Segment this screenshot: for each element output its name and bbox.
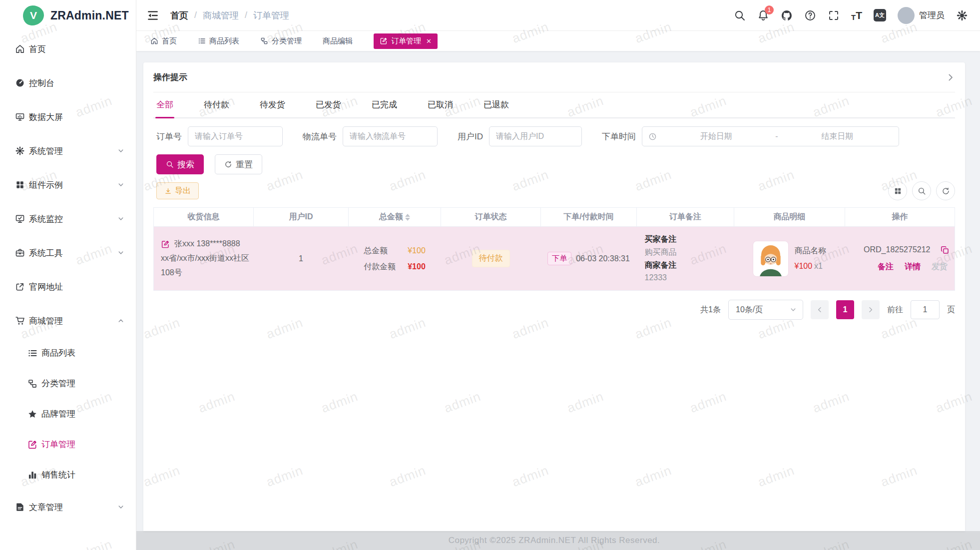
sidebar-item-components[interactable]: 组件示例 [0, 168, 136, 202]
tab-category-mgmt[interactable]: 分类管理 [260, 36, 302, 46]
sort-carets-icon[interactable] [405, 214, 410, 221]
sidebar-item-mall-mgmt[interactable]: 商城管理 [0, 304, 136, 338]
current-page-button[interactable]: 1 [836, 300, 854, 319]
status-tab-all[interactable]: 全部 [155, 99, 174, 117]
settings-gear-icon[interactable] [956, 9, 968, 21]
sidebar-item-label: 销售统计 [41, 469, 75, 481]
sidebar-item-label: 系统工具 [29, 247, 63, 259]
main-column: 首页 / 商城管理 / 订单管理 1 TT A文 管理员 [136, 0, 980, 550]
github-icon[interactable] [781, 9, 793, 21]
sidebar-item-tools[interactable]: 系统工具 [0, 236, 136, 270]
order-no-input[interactable] [188, 126, 283, 146]
status-tab-unpaid[interactable]: 待付款 [203, 99, 230, 117]
table-row[interactable]: 张xxx 138****8888 xx省/xx市/xxx街道xx社区108号 1… [154, 227, 955, 291]
header-remarks: 订单备注 [637, 208, 734, 227]
header-time: 下单/付款时间 [541, 208, 637, 227]
tab-label: 首页 [162, 36, 177, 46]
sidebar-item-home[interactable]: 首页 [0, 32, 136, 66]
help-icon[interactable] [804, 9, 816, 21]
notifications-button[interactable]: 1 [757, 9, 769, 21]
goto-page-input[interactable] [911, 300, 940, 319]
export-button[interactable]: 导出 [156, 182, 199, 199]
sidebar-item-system-mgmt[interactable]: 系统管理 [0, 134, 136, 168]
briefcase-icon [15, 248, 25, 258]
column-settings-button[interactable] [888, 181, 907, 200]
order-card: 操作提示 全部 待付款 待发货 已发货 已完成 已取消 已退款 订单号 物流单号 [143, 62, 965, 531]
user-id-label: 用户ID [458, 131, 483, 142]
monitor-icon [15, 214, 25, 224]
remark-action-link[interactable]: 备注 [878, 262, 894, 272]
ship-action-link: 发货 [932, 262, 948, 272]
page-size-select[interactable]: 10条/页 [728, 300, 803, 320]
status-tab-shipped[interactable]: 已发货 [315, 99, 342, 117]
sidebar-item-category-mgmt[interactable]: 分类管理 [0, 368, 136, 399]
fullscreen-icon[interactable] [828, 9, 840, 21]
receiver-edit-icon[interactable] [161, 240, 170, 249]
product-image[interactable] [753, 241, 789, 277]
sidebar-item-monitor[interactable]: 系统监控 [0, 202, 136, 236]
tab-product-edit[interactable]: 商品编辑 [323, 36, 353, 46]
sidebar-item-brand-mgmt[interactable]: 品牌管理 [0, 399, 136, 429]
breadcrumb-order[interactable]: 订单管理 [253, 9, 289, 21]
user-id-input[interactable] [489, 126, 582, 146]
sidebar-item-article-mgmt[interactable]: 文章管理 [0, 490, 136, 524]
app-logo: V ZRAdmin.NET [0, 0, 136, 31]
sidebar-item-console[interactable]: 控制台 [0, 66, 136, 100]
app-root: V ZRAdmin.NET 首页 控制台 数据大屏 系统管理 [0, 0, 980, 550]
grid-icon [15, 180, 25, 190]
tab-home[interactable]: 首页 [150, 36, 177, 46]
table-refresh-button[interactable] [936, 181, 955, 200]
user-menu[interactable]: 管理员 [898, 7, 945, 24]
date-range-picker[interactable]: 开始日期 - 结束日期 [642, 126, 899, 146]
remarks-cell: 买家备注 购买商品 商家备注 12333 [637, 233, 734, 284]
document-icon [15, 502, 25, 512]
search-button[interactable]: 搜索 [156, 154, 204, 174]
chevron-down-icon [116, 249, 126, 256]
date-range-separator: - [775, 132, 778, 141]
header-products: 商品明细 [734, 208, 845, 227]
table-search-button[interactable] [912, 181, 931, 200]
breadcrumb-home[interactable]: 首页 [170, 9, 188, 21]
next-page-button[interactable] [862, 300, 880, 319]
sidebar-item-label: 文章管理 [29, 502, 63, 513]
reset-button[interactable]: 重置 [215, 154, 262, 174]
sidebar-item-label: 首页 [29, 43, 46, 55]
font-size-icon[interactable]: TT [851, 9, 862, 21]
sidebar-item-order-mgmt[interactable]: 订单管理 [0, 429, 136, 460]
chevron-down-icon [116, 504, 126, 511]
search-icon[interactable] [734, 9, 746, 21]
status-tab-refunded[interactable]: 已退款 [483, 99, 510, 117]
tracking-no-input[interactable] [343, 126, 438, 146]
detail-action-link[interactable]: 详情 [905, 262, 921, 272]
sidebar-item-website[interactable]: 官网地址 [0, 270, 136, 304]
download-icon [164, 187, 172, 195]
sidebar-item-product-list[interactable]: 商品列表 [0, 338, 136, 368]
product-price: ¥100 [795, 262, 813, 270]
breadcrumb-mall[interactable]: 商城管理 [203, 9, 239, 21]
chevron-down-icon [116, 147, 126, 154]
status-tab-completed[interactable]: 已完成 [371, 99, 398, 117]
tips-panel[interactable]: 操作提示 [153, 62, 955, 92]
sidebar-item-datascreen[interactable]: 数据大屏 [0, 100, 136, 134]
menu-fold-icon[interactable] [146, 9, 159, 22]
sidebar-item-sales-stats[interactable]: 销售统计 [0, 460, 136, 490]
language-icon[interactable]: A文 [874, 9, 886, 21]
status-tabs: 全部 待付款 待发货 已发货 已完成 已取消 已退款 [153, 92, 955, 118]
chevron-right-icon[interactable] [946, 73, 955, 82]
prev-page-button[interactable] [811, 300, 829, 319]
tab-order-mgmt[interactable]: 订单管理 ✕ [374, 33, 438, 49]
status-tab-cancelled[interactable]: 已取消 [427, 99, 454, 117]
status-badge: 待付款 [472, 250, 510, 267]
close-tab-icon[interactable]: ✕ [426, 37, 432, 45]
total-label: 总金额 [364, 243, 408, 259]
chevron-right-icon [867, 306, 874, 313]
header-amount[interactable]: 总金额 [349, 208, 441, 227]
order-time: 06-03 20:38:31 [576, 254, 630, 263]
receiver-cell: 张xxx 138****8888 xx省/xx市/xxx街道xx社区108号 [154, 237, 254, 280]
header-receiver: 收货信息 [154, 208, 254, 227]
copy-icon[interactable] [940, 245, 950, 255]
chevron-left-icon [816, 306, 823, 313]
status-tab-unshipped[interactable]: 待发货 [259, 99, 286, 117]
pagination-total: 共1条 [700, 305, 721, 315]
tab-product-list[interactable]: 商品列表 [198, 36, 239, 46]
